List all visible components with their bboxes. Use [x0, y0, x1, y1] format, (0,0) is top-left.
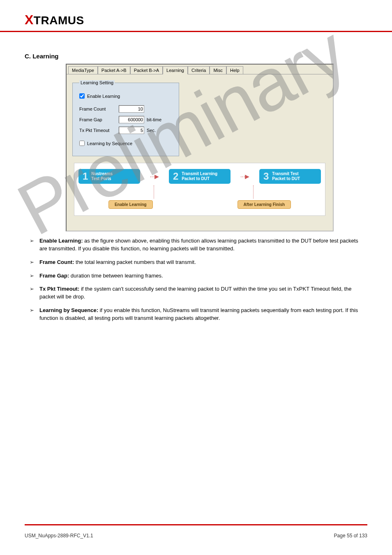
- tx-timeout-input[interactable]: [119, 127, 144, 134]
- tx-timeout-label: Tx Pkt Timeout: [79, 128, 116, 133]
- footer-right: Page 55 of 133: [334, 533, 367, 539]
- list-item: Tx Pkt Timeout: if the system can't succ…: [30, 285, 367, 301]
- learning-diagram: 1 Nustreams Test Ports ···▶ 2 Transmit L…: [74, 163, 325, 216]
- footer: USM_NuApps-2889-RFC_V1.1 Page 55 of 133: [25, 533, 367, 539]
- settings-dialog: MediaType Packet A->B Packet B->A Learni…: [66, 64, 334, 231]
- diagram-step-1: 1 Nustreams Test Ports: [78, 169, 140, 184]
- enable-learning-label: Enable Learning: [87, 94, 120, 99]
- tab-misc[interactable]: Misc: [210, 66, 226, 74]
- list-item: Enable Learning: as the figure shown abo…: [30, 237, 367, 253]
- tab-packet-ba[interactable]: Packet B->A: [130, 66, 163, 74]
- frame-count-label: Frame Count: [79, 106, 116, 111]
- tx-timeout-unit: Sec.: [147, 128, 156, 133]
- header: XTRAMUS: [0, 0, 392, 32]
- tab-learning[interactable]: Learning: [163, 66, 188, 74]
- learning-sequence-checkbox[interactable]: [79, 141, 85, 146]
- diagram-step-2: 2 Transmit Learning Packet to DUT: [169, 169, 231, 184]
- enable-learning-checkbox[interactable]: [79, 93, 85, 99]
- frame-gap-input[interactable]: [119, 116, 144, 123]
- step-1-text: Nustreams Test Ports: [91, 171, 113, 181]
- arrow-icon: ···▶: [240, 173, 250, 180]
- tab-body: Learning Setting Enable Learning Frame C…: [67, 74, 333, 231]
- step-3-text: Transmit Test Packet to DUT: [272, 171, 300, 181]
- brand-logo: XTRAMUS: [25, 12, 367, 28]
- arrow-icon: ···▶: [150, 173, 159, 180]
- enable-learning-row: Enable Learning: [79, 93, 120, 99]
- list-item: Frame Gap: duration time between learnin…: [30, 272, 367, 280]
- tab-help[interactable]: Help: [226, 66, 243, 74]
- step-2-number: 2: [173, 171, 178, 181]
- learning-sequence-row: Learning by Sequence: [79, 141, 132, 146]
- footer-left: USM_NuApps-2889-RFC_V1.1: [25, 533, 93, 539]
- section-title: C. Learning: [25, 53, 367, 60]
- step-3-number: 3: [263, 171, 269, 181]
- footer-divider: [25, 524, 367, 525]
- tab-criteria[interactable]: Criteria: [188, 66, 210, 74]
- pill-enable-learning: Enable Learning: [108, 200, 153, 209]
- frame-count-input[interactable]: [119, 105, 144, 113]
- tab-packet-ab[interactable]: Packet A->B: [98, 66, 130, 74]
- learning-legend: Learning Setting: [79, 80, 115, 85]
- learning-fieldset: Learning Setting Enable Learning Frame C…: [72, 80, 179, 156]
- frame-gap-row: Frame Gap bit-time: [79, 116, 172, 123]
- pill-after-learning: After Learning Finish: [238, 200, 291, 209]
- diagram-step-3: 3 Transmit Test Packet to DUT: [259, 169, 321, 184]
- learning-sequence-label: Learning by Sequence: [87, 141, 132, 146]
- frame-gap-label: Frame Gap: [79, 117, 116, 122]
- logo-rest: TRAMUS: [34, 14, 84, 27]
- tab-strip: MediaType Packet A->B Packet B->A Learni…: [67, 65, 333, 74]
- tx-timeout-row: Tx Pkt Timeout Sec.: [79, 127, 172, 134]
- list-item: Frame Count: the total learning packet n…: [30, 259, 367, 266]
- frame-gap-unit: bit-time: [147, 117, 161, 122]
- list-item: Learning by Sequence: if you enable this…: [30, 307, 367, 322]
- frame-count-row: Frame Count: [79, 105, 172, 113]
- tab-mediatype[interactable]: MediaType: [68, 66, 98, 74]
- logo-x: X: [25, 12, 34, 27]
- step-1-number: 1: [83, 171, 88, 181]
- step-2-text: Transmit Learning Packet to DUT: [182, 171, 217, 181]
- description-list: Enable Learning: as the figure shown abo…: [30, 237, 367, 322]
